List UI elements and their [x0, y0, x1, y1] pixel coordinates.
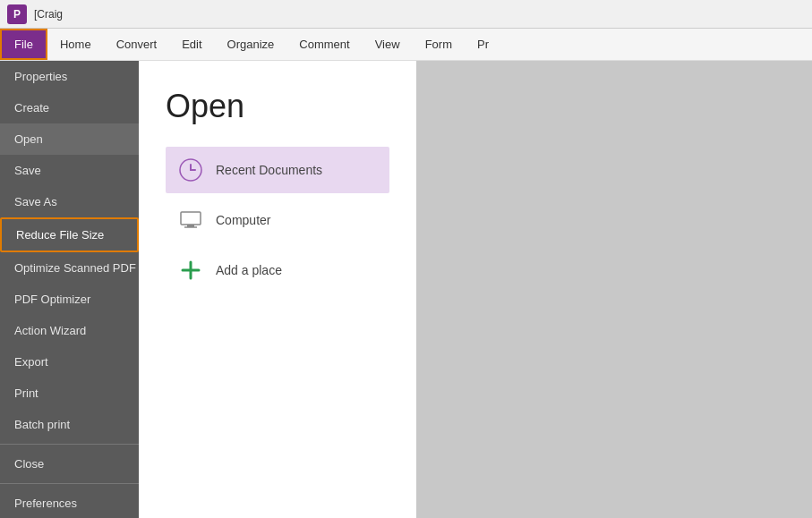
computer-label: Computer — [216, 213, 270, 227]
sidebar: Properties Create Open Save Save As Redu… — [0, 61, 139, 518]
sidebar-item-properties[interactable]: Properties — [0, 61, 139, 92]
sidebar-divider-2 — [0, 483, 139, 484]
content-title: Open — [166, 88, 389, 125]
open-option-recent[interactable]: Recent Documents — [166, 147, 389, 193]
right-area — [416, 61, 812, 518]
menu-form[interactable]: Form — [413, 29, 465, 60]
app-logo: P — [7, 4, 27, 24]
sidebar-item-reduce-file-size[interactable]: Reduce File Size — [0, 217, 139, 252]
sidebar-item-open[interactable]: Open — [0, 123, 139, 155]
sidebar-item-pdf-optimizer[interactable]: PDF Optimizer — [0, 284, 139, 315]
title-bar: P [Craig — [0, 0, 812, 29]
sidebar-item-create[interactable]: Create — [0, 92, 139, 123]
add-place-label: Add a place — [216, 263, 282, 277]
menu-bar: File Home Convert Edit Organize Comment … — [0, 29, 812, 61]
computer-icon — [178, 208, 203, 233]
open-option-computer[interactable]: Computer — [166, 197, 389, 243]
svg-rect-3 — [181, 212, 201, 225]
recent-documents-label: Recent Documents — [216, 163, 322, 177]
open-option-add-place[interactable]: Add a place — [166, 247, 389, 293]
menu-organize[interactable]: Organize — [215, 29, 287, 60]
title-bar-text: [Craig — [34, 8, 63, 21]
sidebar-item-optimize-scanned[interactable]: Optimize Scanned PDF — [0, 252, 139, 284]
content-panel: Open Recent Documents Computer — [139, 61, 416, 518]
sidebar-divider — [0, 444, 139, 445]
clock-icon — [178, 157, 203, 183]
menu-view[interactable]: View — [363, 29, 413, 60]
menu-edit[interactable]: Edit — [169, 29, 214, 60]
main-area: Properties Create Open Save Save As Redu… — [0, 61, 812, 518]
sidebar-item-batch-print[interactable]: Batch print — [0, 409, 139, 440]
menu-home[interactable]: Home — [47, 29, 104, 60]
sidebar-item-export[interactable]: Export — [0, 346, 139, 378]
menu-file[interactable]: File — [0, 29, 47, 60]
sidebar-item-save-as[interactable]: Save As — [0, 186, 139, 217]
menu-convert[interactable]: Convert — [104, 29, 170, 60]
sidebar-item-preferences[interactable]: Preferences — [0, 488, 139, 518]
sidebar-item-save[interactable]: Save — [0, 155, 139, 186]
sidebar-item-close[interactable]: Close — [0, 448, 139, 480]
sidebar-item-print[interactable]: Print — [0, 378, 139, 409]
menu-pr[interactable]: Pr — [465, 29, 501, 60]
sidebar-item-action-wizard[interactable]: Action Wizard — [0, 315, 139, 346]
plus-icon — [178, 258, 203, 283]
menu-comment[interactable]: Comment — [286, 29, 362, 60]
